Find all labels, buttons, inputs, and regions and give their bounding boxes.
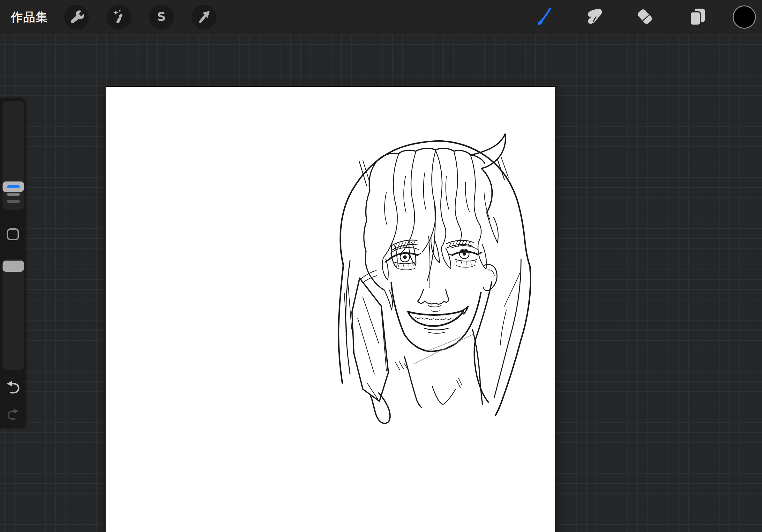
redo-button[interactable] — [7, 407, 20, 420]
neck-lines — [395, 330, 483, 408]
gallery-button[interactable]: 作品集 — [11, 0, 48, 34]
brush-opacity-slider[interactable] — [3, 259, 24, 370]
adjustments-button[interactable] — [107, 5, 131, 30]
smudge-tool-button[interactable] — [583, 7, 604, 28]
transform-button[interactable] — [191, 5, 216, 30]
layers-icon — [688, 7, 708, 28]
modify-button[interactable] — [7, 229, 19, 240]
slider-tick-mark — [7, 193, 20, 196]
selection-s-icon: S — [154, 9, 169, 26]
brush-size-slider-thumb[interactable] — [3, 181, 24, 192]
layers-button[interactable] — [687, 7, 708, 28]
face-outline-lines — [391, 264, 497, 352]
transform-arrow-icon — [196, 9, 211, 26]
undo-button[interactable] — [6, 379, 21, 394]
brush-sidebar — [0, 98, 26, 428]
color-swatch[interactable] — [733, 5, 756, 29]
line-art-portrait — [106, 87, 555, 532]
brush-size-accent-bar — [7, 185, 20, 188]
procreate-workspace: { "toolbar": { "background": "#232323", … — [0, 0, 762, 532]
slider-tick-mark — [7, 200, 20, 203]
svg-text:S: S — [157, 10, 166, 24]
face-mask-lines — [352, 270, 390, 423]
mouth-lines — [408, 306, 468, 333]
erase-tool-button[interactable] — [634, 7, 655, 28]
smudge-finger-icon — [584, 7, 604, 28]
hair-lines — [364, 134, 505, 310]
wrench-icon — [69, 9, 84, 26]
eyebrow-lines — [392, 240, 473, 250]
eraser-icon — [635, 7, 655, 28]
actions-button[interactable] — [64, 5, 89, 30]
redo-arrow-icon — [7, 416, 20, 421]
paint-tool-button[interactable] — [533, 7, 554, 28]
hood-lines — [339, 141, 531, 415]
top-toolbar: 作品集 S — [0, 0, 762, 34]
undo-arrow-icon — [6, 389, 21, 395]
selection-button[interactable]: S — [149, 5, 174, 30]
paintbrush-icon — [534, 7, 553, 28]
drawing-canvas[interactable] — [106, 87, 555, 532]
brush-opacity-slider-thumb[interactable] — [3, 261, 24, 272]
magic-wand-icon — [112, 9, 127, 26]
